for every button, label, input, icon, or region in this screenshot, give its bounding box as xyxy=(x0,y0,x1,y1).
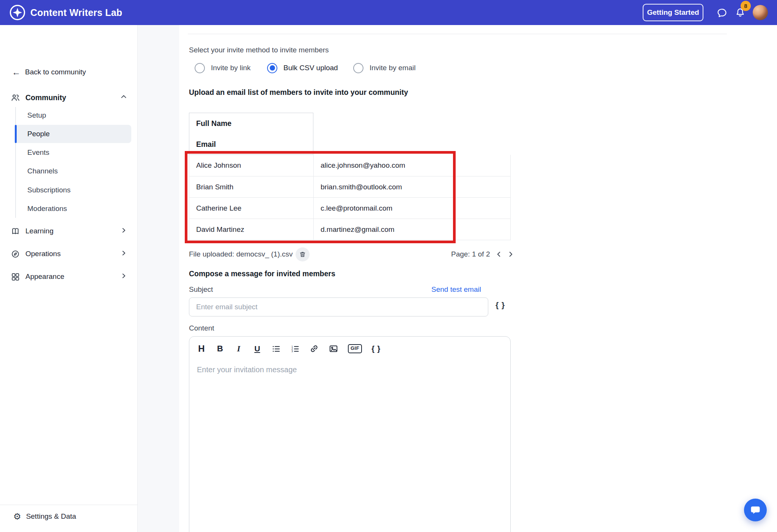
community-users-icon xyxy=(11,93,20,102)
cell-email: brian.smith@outlook.com xyxy=(314,176,510,197)
sidebar-item-settings-data[interactable]: ⚙ Settings & Data xyxy=(13,507,127,526)
sidebar-item-subscriptions[interactable]: Subscriptions xyxy=(27,181,130,199)
table-row: Alice Johnson alice.johnson@yahoo.com xyxy=(189,155,510,176)
delete-file-button[interactable] xyxy=(296,247,310,261)
gif-icon[interactable]: GIF xyxy=(348,343,362,355)
sidebar-item-moderations[interactable]: Moderations xyxy=(27,200,130,218)
chevron-right-icon xyxy=(120,226,128,236)
subject-variables-button[interactable]: { } xyxy=(495,301,505,310)
cell-email: d.martinez@gmail.com xyxy=(314,219,510,240)
chat-icon[interactable] xyxy=(716,7,728,19)
arrow-left-icon: ← xyxy=(12,68,20,77)
layout-grid-icon xyxy=(11,272,20,282)
app-title: Content Writers Lab xyxy=(30,0,122,25)
csv-table-header: Full Name Email xyxy=(189,113,313,155)
cell-full-name: Brian Smith xyxy=(189,176,314,197)
csv-preview-table: Alice Johnson alice.johnson@yahoo.com Br… xyxy=(189,155,511,240)
send-test-email-link[interactable]: Send test email xyxy=(431,285,481,294)
radio-circle-checked-icon[interactable] xyxy=(267,63,277,73)
tree-line xyxy=(15,107,16,218)
back-to-community-link[interactable]: ← Back to community xyxy=(12,63,86,81)
radio-circle-icon[interactable] xyxy=(195,63,205,73)
subject-label: Subject xyxy=(189,285,213,294)
radio-invite-by-email[interactable]: Invite by email xyxy=(353,63,415,73)
sidebar-item-setup[interactable]: Setup xyxy=(27,106,130,124)
radio-bulk-csv-upload[interactable]: Bulk CSV upload xyxy=(267,63,338,73)
pagination-label: Page: 1 of 2 xyxy=(451,250,490,258)
chevron-right-icon xyxy=(120,249,128,259)
sidebar-section-appearance[interactable]: Appearance xyxy=(11,268,128,286)
sidebar-section-learning[interactable]: Learning xyxy=(11,222,128,240)
file-uploaded-label: File uploaded: democsv_ (1).csv xyxy=(189,250,293,258)
editor-placeholder[interactable]: Enter your invitation message xyxy=(197,365,297,374)
app-header: Content Writers Lab Getting Started 8 xyxy=(0,0,777,25)
image-icon[interactable] xyxy=(329,343,338,355)
compose-heading: Compose a message for invited members xyxy=(189,269,335,278)
table-row: David Martinez d.martinez@gmail.com xyxy=(189,219,510,240)
sidebar-item-events[interactable]: Events xyxy=(27,143,130,162)
svg-text:3: 3 xyxy=(291,350,293,353)
content-label: Content xyxy=(189,324,214,332)
upload-heading: Upload an email list of members to invit… xyxy=(189,88,408,97)
cell-full-name: Catherine Lee xyxy=(189,198,314,219)
community-section-label: Community xyxy=(25,93,66,102)
link-icon[interactable] xyxy=(309,343,319,355)
table-row: Brian Smith brian.smith@outlook.com xyxy=(189,176,510,197)
chevron-up-icon xyxy=(120,93,128,102)
column-header-full-name: Full Name xyxy=(196,119,231,128)
support-chat-fab[interactable] xyxy=(744,499,767,521)
compass-icon xyxy=(11,249,20,259)
getting-started-button[interactable]: Getting Started xyxy=(643,4,703,21)
notification-count-badge: 8 xyxy=(741,1,751,11)
sidebar-section-operations[interactable]: Operations xyxy=(11,245,128,263)
user-avatar[interactable] xyxy=(753,5,768,20)
chevron-left-icon xyxy=(495,250,503,258)
subject-input[interactable] xyxy=(189,297,488,316)
cell-full-name: Alice Johnson xyxy=(189,155,314,176)
sidebar: ← Back to community Community Setup Peop… xyxy=(0,25,138,532)
invite-method-label: Select your invite method to invite memb… xyxy=(189,46,329,54)
table-row: Catherine Lee c.lee@protonmail.com xyxy=(189,197,510,219)
book-icon xyxy=(11,227,20,236)
cell-email: alice.johnson@yahoo.com xyxy=(314,155,510,176)
sidebar-item-people[interactable]: People xyxy=(27,125,130,143)
chat-bubble-icon xyxy=(750,504,761,516)
sidebar-bottom-divider xyxy=(0,505,138,505)
sidebar-section-community[interactable]: Community xyxy=(11,88,128,107)
gear-icon: ⚙ xyxy=(13,512,21,521)
pagination-prev-button[interactable] xyxy=(493,248,505,260)
heading-icon[interactable]: H xyxy=(197,343,206,355)
selected-item-accent-bar xyxy=(15,125,17,143)
app-logo[interactable] xyxy=(9,4,26,21)
radio-invite-by-link[interactable]: Invite by link xyxy=(195,63,251,73)
content-top-divider xyxy=(188,34,727,34)
pagination-next-button[interactable] xyxy=(505,248,517,260)
numbered-list-icon[interactable]: 1 2 3 xyxy=(290,343,300,355)
radio-circle-icon[interactable] xyxy=(353,63,363,73)
column-header-email: Email xyxy=(196,140,216,149)
trash-icon xyxy=(299,251,306,258)
editor-variables-icon[interactable]: { } xyxy=(371,343,381,355)
underline-icon[interactable]: U xyxy=(253,343,262,355)
chevron-right-icon xyxy=(120,272,128,282)
cell-email: c.lee@protonmail.com xyxy=(314,198,510,219)
chevron-right-icon xyxy=(506,250,515,258)
bullet-list-icon[interactable] xyxy=(271,343,281,355)
sidebar-item-channels[interactable]: Channels xyxy=(27,162,130,180)
bold-icon[interactable]: B xyxy=(215,343,225,355)
invitation-message-editor[interactable]: H B I U 1 2 3 xyxy=(189,336,511,532)
editor-toolbar: H B I U 1 2 3 xyxy=(197,342,381,356)
cell-full-name: David Martinez xyxy=(189,219,314,240)
back-link-label: Back to community xyxy=(25,68,86,76)
italic-icon[interactable]: I xyxy=(234,343,243,355)
